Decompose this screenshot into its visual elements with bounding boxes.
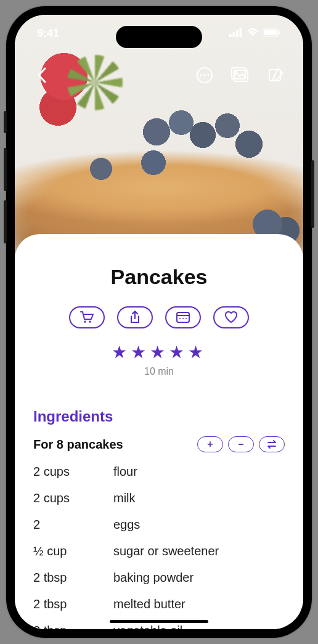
status-time: 9:41 [37, 27, 59, 40]
favorite-button[interactable] [213, 306, 249, 328]
ingredient-row: 2eggs [33, 518, 285, 532]
swap-icon [266, 440, 277, 449]
ingredient-row: 2 cupsmilk [33, 491, 285, 505]
status-indicators [229, 27, 281, 40]
servings-controls: + – [197, 436, 285, 452]
home-indicator[interactable] [110, 620, 208, 623]
svg-point-16 [89, 320, 91, 323]
servings-label: For 8 pancakes [33, 438, 123, 452]
ingredient-quantity: 2 tbsp [33, 597, 113, 611]
header-nav [15, 65, 303, 85]
servings-row: For 8 pancakes + – [33, 436, 285, 452]
ingredient-name: sugar or sweetener [113, 544, 219, 558]
minus-icon: – [238, 439, 244, 450]
recipe-hero-image [15, 15, 303, 261]
ingredient-name: milk [113, 491, 136, 505]
ingredient-name: baking powder [113, 571, 194, 585]
ingredient-row: 2 tbspbaking powder [33, 571, 285, 585]
volume-up-button [4, 148, 7, 191]
svg-point-9 [203, 74, 206, 76]
add-to-cart-button[interactable] [69, 306, 105, 328]
power-button [311, 160, 314, 228]
screen: 9:41 [15, 15, 303, 629]
ingredient-row: 2 tbspvegetable oil [33, 624, 285, 629]
svg-rect-1 [233, 32, 235, 37]
cook-time: 10 min [33, 366, 285, 377]
share-icon [129, 311, 141, 324]
ingredient-quantity: 2 cups [33, 465, 113, 479]
svg-rect-17 [177, 312, 189, 322]
svg-point-21 [186, 318, 187, 319]
volume-down-button [4, 200, 7, 243]
svg-point-15 [84, 320, 86, 323]
ingredient-quantity: 2 cups [33, 491, 113, 505]
svg-point-8 [200, 74, 202, 76]
plus-icon: + [207, 439, 213, 450]
ingredients-list: 2 cupsflour2 cupsmilk2eggs½ cupsugar or … [33, 465, 285, 629]
dynamic-island [116, 26, 202, 48]
ingredient-row: 2 cupsflour [33, 465, 285, 479]
svg-point-19 [179, 318, 181, 319]
decrease-servings-button[interactable]: – [228, 436, 254, 452]
calendar-icon [176, 312, 190, 323]
ingredient-row: ½ cupsugar or sweetener [33, 544, 285, 558]
svg-rect-3 [240, 28, 242, 37]
ingredient-quantity: 2 [33, 518, 113, 532]
battery-icon [263, 27, 281, 40]
increase-servings-button[interactable]: + [197, 436, 223, 452]
ingredient-quantity: 2 tbsp [33, 571, 113, 585]
ingredient-quantity: ½ cup [33, 544, 113, 558]
phone-frame: 9:41 [6, 6, 312, 638]
svg-rect-5 [264, 30, 277, 35]
side-button [4, 111, 7, 133]
svg-point-20 [182, 318, 184, 319]
recipe-title: Pancakes [33, 265, 285, 289]
ingredient-quantity: 2 tbsp [33, 624, 113, 629]
svg-rect-6 [279, 31, 280, 34]
more-options-button[interactable] [195, 65, 214, 85]
recipe-card: Pancakes ★★★★★ 10 min Ingredients [15, 234, 303, 629]
back-button[interactable] [32, 65, 52, 85]
ingredients-heading: Ingredients [33, 408, 285, 425]
ingredient-row: 2 tbspmelted butter [33, 597, 285, 611]
svg-point-10 [207, 74, 210, 76]
cellular-icon [229, 27, 243, 40]
svg-rect-0 [229, 34, 232, 37]
gallery-button[interactable] [230, 65, 250, 85]
ingredient-name: eggs [113, 518, 140, 532]
cart-icon [80, 311, 94, 324]
action-buttons [33, 306, 285, 328]
convert-units-button[interactable] [259, 436, 285, 452]
heart-icon [224, 311, 238, 324]
ingredient-name: vegetable oil [113, 624, 182, 629]
wifi-icon [247, 27, 259, 40]
edit-button[interactable] [266, 65, 286, 85]
rating-stars[interactable]: ★★★★★ [33, 342, 285, 362]
ingredient-name: melted butter [113, 597, 186, 611]
share-button[interactable] [117, 306, 153, 328]
schedule-button[interactable] [165, 306, 201, 328]
ingredient-name: flour [113, 465, 137, 479]
svg-rect-2 [236, 30, 238, 37]
